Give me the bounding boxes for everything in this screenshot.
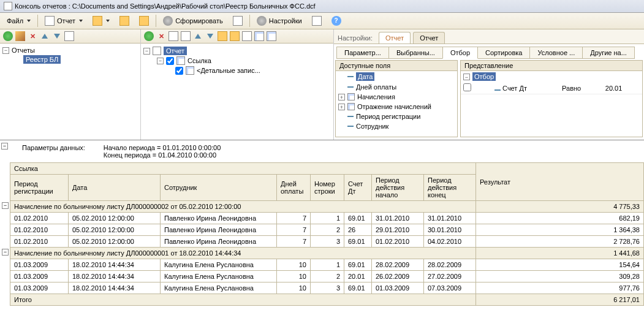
report-menu[interactable]: Отчет bbox=[40, 14, 87, 28]
field-row[interactable]: Период регистрации bbox=[336, 112, 457, 121]
data-row[interactable]: 01.02.201005.02.2010 12:00:00Павленко Ир… bbox=[10, 213, 644, 224]
subtab-sort[interactable]: Сортировка bbox=[477, 47, 530, 59]
mid-b3[interactable] bbox=[217, 31, 228, 42]
representation-header: Представление bbox=[461, 61, 642, 71]
struct-checkbox[interactable] bbox=[175, 67, 183, 75]
subtab-filter[interactable]: Отбор bbox=[442, 47, 478, 59]
mid-b7[interactable] bbox=[266, 31, 277, 42]
left-toolbar: ✕ bbox=[0, 29, 140, 44]
window-title-bar: Консоль отчетов : C:\Documents and Setti… bbox=[0, 0, 644, 13]
filter-row[interactable]: Счет Дт Равно 20.01 bbox=[461, 82, 642, 94]
tool-btn-2[interactable] bbox=[115, 14, 134, 28]
sub-tabs: Параметр... Выбранны... Отбор Сортировка… bbox=[334, 44, 644, 59]
struct-item[interactable]: <Детальные запис... bbox=[143, 66, 331, 75]
struct-item-label: Ссылка bbox=[188, 57, 211, 64]
plus-icon bbox=[3, 31, 13, 41]
edit-button[interactable] bbox=[15, 31, 26, 42]
copy-button[interactable] bbox=[64, 31, 75, 42]
tool-btn-1[interactable] bbox=[88, 14, 114, 28]
report-table: Ссылка Результат Период регистрации Дата… bbox=[10, 162, 644, 306]
header-row-1: Ссылка Результат bbox=[10, 163, 644, 175]
folder-in-icon bbox=[139, 16, 149, 26]
available-fields-panel: Доступные поля Дата Дней оплаты +Начисле… bbox=[335, 60, 458, 137]
filter-table: Счет Дт Равно 20.01 bbox=[461, 82, 642, 94]
tree-item[interactable]: Реестр БЛ bbox=[2, 55, 138, 64]
mid-b2[interactable] bbox=[180, 31, 191, 42]
help-button[interactable]: ? bbox=[327, 14, 346, 28]
add-button[interactable] bbox=[2, 31, 13, 42]
file-menu[interactable]: Файл bbox=[2, 15, 35, 26]
folder-out-icon bbox=[119, 16, 129, 26]
mid-b4[interactable] bbox=[229, 31, 240, 42]
doc2-icon bbox=[312, 16, 322, 26]
mid-up[interactable] bbox=[192, 31, 203, 42]
field-row[interactable]: +Начисления bbox=[336, 92, 457, 102]
arrow-up-icon bbox=[42, 34, 48, 39]
col-result: Результат bbox=[476, 163, 644, 201]
collapse-toggle[interactable]: − bbox=[2, 202, 9, 209]
data-row[interactable]: 01.03.200918.02.2010 14:44:34Калугина Ел… bbox=[10, 259, 644, 271]
col-employee: Сотрудник bbox=[161, 175, 277, 201]
dash-icon bbox=[494, 89, 501, 91]
data-row[interactable]: 01.02.201005.02.2010 12:00:00Павленко Ир… bbox=[10, 224, 644, 236]
filter-checkbox[interactable] bbox=[463, 83, 471, 91]
fields-area: Доступные поля Дата Дней оплаты +Начисле… bbox=[334, 59, 644, 138]
doc-icon bbox=[242, 31, 252, 41]
data-row[interactable]: 01.03.200918.02.2010 14:44:34Калугина Ел… bbox=[10, 271, 644, 282]
form-button[interactable]: Сформировать bbox=[159, 14, 227, 28]
data-row[interactable]: 01.03.200918.02.2010 14:44:34Калугина Ел… bbox=[10, 282, 644, 294]
mid-down[interactable] bbox=[205, 31, 216, 42]
tool-btn-4[interactable] bbox=[229, 14, 247, 28]
field-row[interactable]: Сотрудник bbox=[336, 121, 457, 131]
down-button[interactable] bbox=[51, 31, 63, 42]
app-icon bbox=[4, 2, 12, 10]
copy-icon bbox=[64, 31, 74, 41]
mid-add[interactable] bbox=[143, 31, 154, 42]
filter-root[interactable]: − Отбор bbox=[461, 71, 642, 82]
struct-checkbox[interactable] bbox=[166, 57, 174, 65]
subtab-selected[interactable]: Выбранны... bbox=[388, 47, 443, 59]
expand-icon[interactable]: + bbox=[338, 94, 345, 100]
field-row[interactable]: +Отражение начислений bbox=[336, 102, 457, 112]
tool-btn-5[interactable] bbox=[308, 14, 326, 28]
subtab-conditional[interactable]: Условное ... bbox=[529, 47, 583, 59]
subtab-other[interactable]: Другие на... bbox=[582, 47, 635, 59]
struct-root[interactable]: − Отчет bbox=[143, 46, 331, 56]
data-row[interactable]: 01.02.201005.02.2010 12:00:00Павленко Ир… bbox=[10, 236, 644, 248]
table-icon bbox=[267, 31, 276, 41]
struct-item-label: <Детальные запис... bbox=[197, 67, 260, 74]
expand-icon[interactable]: − bbox=[2, 47, 9, 54]
tree-root[interactable]: − Отчеты bbox=[2, 46, 138, 55]
expand-icon[interactable]: − bbox=[157, 58, 164, 64]
struct-item[interactable]: − Ссылка bbox=[143, 56, 331, 66]
tool-btn-3[interactable] bbox=[135, 14, 153, 28]
filter-field: Счет Дт bbox=[502, 85, 527, 92]
field-row[interactable]: Дней оплаты bbox=[336, 82, 457, 92]
mid-del[interactable]: ✕ bbox=[156, 31, 167, 42]
doc-icon bbox=[181, 31, 191, 41]
group-row[interactable]: −Начисление по больничному листу ДЛ00000… bbox=[10, 248, 644, 259]
delete-button[interactable]: ✕ bbox=[27, 31, 38, 42]
expand-icon[interactable]: + bbox=[338, 104, 345, 110]
tab-report-1[interactable]: Отчет bbox=[379, 32, 411, 44]
field-row[interactable]: Дата bbox=[336, 71, 457, 82]
main-toolbar: Файл Отчет Сформировать Настройки ? bbox=[0, 13, 644, 29]
expand-icon[interactable]: − bbox=[143, 48, 150, 55]
mid-b5[interactable] bbox=[241, 31, 252, 42]
mid-b6[interactable] bbox=[254, 31, 265, 42]
params-label: Параметры данных: bbox=[22, 144, 85, 159]
collapse-toggle[interactable]: − bbox=[2, 249, 9, 256]
col-period-end: Период действия конец bbox=[424, 175, 476, 201]
doc-icon bbox=[169, 31, 178, 41]
gear-icon bbox=[163, 16, 173, 26]
tab-report-2[interactable]: Отчет bbox=[413, 32, 445, 44]
subtab-params[interactable]: Параметр... bbox=[336, 47, 389, 59]
detail-icon bbox=[186, 66, 194, 75]
up-button[interactable] bbox=[39, 31, 50, 42]
group-row[interactable]: −Начисление по больничному листу ДЛ00000… bbox=[10, 201, 644, 213]
collapse-toggle[interactable]: − bbox=[1, 143, 8, 150]
settings-button[interactable]: Настройки bbox=[252, 14, 306, 28]
arrow-up-icon bbox=[195, 34, 201, 39]
expand-icon[interactable]: − bbox=[463, 74, 470, 80]
mid-b1[interactable] bbox=[168, 31, 179, 42]
